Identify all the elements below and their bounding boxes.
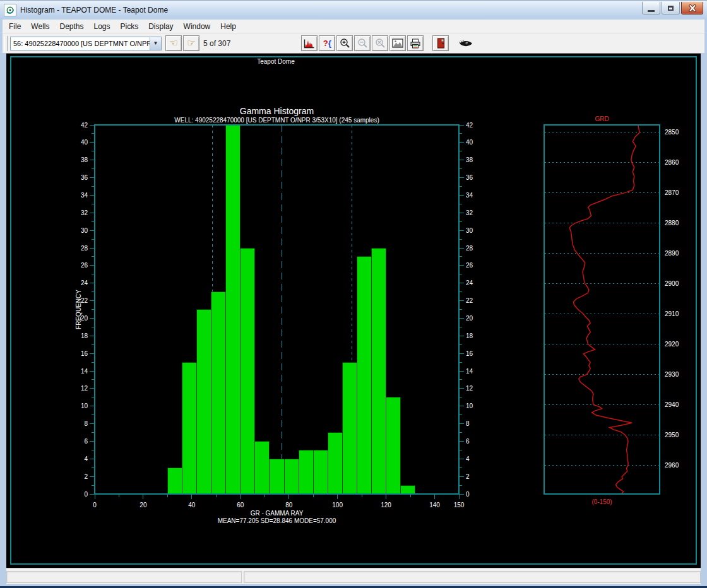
status-message-left <box>6 571 242 583</box>
svg-text:2940: 2940 <box>665 401 679 408</box>
close-icon <box>688 4 697 12</box>
svg-text:36: 36 <box>466 174 473 181</box>
svg-text:2910: 2910 <box>665 310 679 317</box>
svg-text:120: 120 <box>381 502 391 509</box>
svg-text:30: 30 <box>81 227 88 234</box>
svg-text:6: 6 <box>466 438 470 445</box>
svg-text:12: 12 <box>466 385 473 392</box>
menu-file[interactable]: File <box>4 21 26 32</box>
menu-logs[interactable]: Logs <box>89 21 116 32</box>
svg-text:20: 20 <box>466 315 473 322</box>
toolbar: 56: 49025228470000 [US DEPTMNT O/NPR ▼ ☜… <box>3 33 704 53</box>
print-button[interactable] <box>407 35 424 51</box>
status-message-right <box>244 571 701 583</box>
eye-icon <box>459 39 473 48</box>
svg-text:FREQUENCY: FREQUENCY <box>75 290 82 329</box>
svg-text:2870: 2870 <box>665 189 679 196</box>
svg-text:18: 18 <box>81 332 88 339</box>
svg-text:42: 42 <box>81 122 88 129</box>
view-button[interactable] <box>458 35 474 51</box>
svg-text:6: 6 <box>84 438 88 445</box>
svg-text:38: 38 <box>81 156 88 163</box>
svg-text:Gamma Histogram: Gamma Histogram <box>240 106 314 116</box>
restore-button[interactable] <box>662 2 680 15</box>
svg-text:40: 40 <box>466 139 473 146</box>
question-brace-icon: ?{ <box>323 39 331 47</box>
svg-text:32: 32 <box>81 209 88 216</box>
previous-well-button[interactable]: ☜ <box>165 35 182 51</box>
well-selector-value: 56: 49025228470000 [US DEPTMNT O/NPR <box>13 40 150 47</box>
next-well-button[interactable]: ☞ <box>183 35 199 51</box>
histogram-tool-button[interactable] <box>301 35 318 51</box>
svg-text:24: 24 <box>81 279 88 286</box>
svg-text:Teapot Dome: Teapot Dome <box>257 58 295 65</box>
svg-text:34: 34 <box>466 192 473 199</box>
minimize-button[interactable] <box>642 2 660 15</box>
svg-text:150: 150 <box>454 502 465 509</box>
svg-text:26: 26 <box>466 262 473 269</box>
svg-text:34: 34 <box>81 192 88 199</box>
svg-text:28: 28 <box>466 245 473 252</box>
svg-text:2960: 2960 <box>665 462 679 469</box>
svg-text:2: 2 <box>466 473 470 480</box>
well-selector-dropdown[interactable]: 56: 49025228470000 [US DEPTMNT O/NPR ▼ <box>10 37 162 50</box>
svg-text:100: 100 <box>332 502 343 509</box>
svg-text:10: 10 <box>466 403 473 409</box>
menu-bar: File Wells Depths Logs Picks Display Win… <box>3 20 704 33</box>
svg-text:24: 24 <box>466 279 473 286</box>
svg-text:2930: 2930 <box>665 371 679 378</box>
chart-client-area: Teapot Dome00224466881010121214141616181… <box>6 53 701 568</box>
status-bar <box>6 568 701 584</box>
dropdown-arrow-icon[interactable]: ▼ <box>150 37 161 50</box>
svg-text:22: 22 <box>466 297 473 304</box>
svg-text:4: 4 <box>84 456 88 462</box>
svg-text:42: 42 <box>466 122 473 129</box>
svg-text:0: 0 <box>93 502 97 509</box>
menu-display[interactable]: Display <box>143 21 178 32</box>
svg-text:0: 0 <box>84 491 88 498</box>
svg-text:40: 40 <box>188 502 196 509</box>
svg-text:2850: 2850 <box>665 129 679 136</box>
menu-wells[interactable]: Wells <box>26 21 54 32</box>
svg-text:40: 40 <box>81 139 88 146</box>
exit-button[interactable] <box>432 35 449 51</box>
svg-text:8: 8 <box>84 420 88 427</box>
svg-text:2: 2 <box>84 473 88 480</box>
menu-help[interactable]: Help <box>215 21 241 32</box>
menu-window[interactable]: Window <box>179 21 216 32</box>
svg-text:20: 20 <box>140 502 147 509</box>
toolbar-grip <box>4 36 8 51</box>
svg-text:GR - GAMMA RAY: GR - GAMMA RAY <box>251 510 304 517</box>
svg-text:18: 18 <box>466 332 473 339</box>
magnifier-x-icon <box>375 38 386 49</box>
query-help-button[interactable]: ?{ <box>319 35 335 51</box>
picture-icon <box>392 38 403 48</box>
svg-text:16: 16 <box>466 350 473 357</box>
svg-text:38: 38 <box>466 156 473 163</box>
svg-text:60: 60 <box>237 502 244 509</box>
svg-text:12: 12 <box>81 385 88 392</box>
svg-text:2920: 2920 <box>665 341 679 348</box>
well-position-label: 5 of 307 <box>203 39 230 48</box>
menu-depths[interactable]: Depths <box>54 21 88 32</box>
svg-text:140: 140 <box>429 502 440 509</box>
svg-text:16: 16 <box>81 350 88 357</box>
printer-icon <box>410 38 421 49</box>
titlebar[interactable]: Histogram - TEAPOT DOME - Teapot Dome <box>0 1 707 20</box>
zoom-in-button[interactable] <box>336 35 353 51</box>
svg-text:0: 0 <box>466 491 470 498</box>
svg-text:WELL: 49025228470000 [US DEPTM: WELL: 49025228470000 [US DEPTMNT O/NPR 3… <box>174 117 379 124</box>
menu-picks[interactable]: Picks <box>116 21 144 32</box>
svg-text:2880: 2880 <box>665 220 679 226</box>
svg-text:28: 28 <box>81 245 88 252</box>
magnifier-minus-icon <box>357 38 368 49</box>
close-button[interactable] <box>681 2 703 15</box>
snapshot-button[interactable] <box>389 35 406 51</box>
svg-text:80: 80 <box>285 502 293 509</box>
svg-text:14: 14 <box>81 368 88 375</box>
restore-icon <box>668 6 674 11</box>
svg-text:2900: 2900 <box>665 280 679 287</box>
plots-canvas: Teapot Dome00224466881010121214141616181… <box>6 54 701 568</box>
svg-text:2890: 2890 <box>665 250 679 257</box>
svg-text:GRD: GRD <box>595 115 609 122</box>
